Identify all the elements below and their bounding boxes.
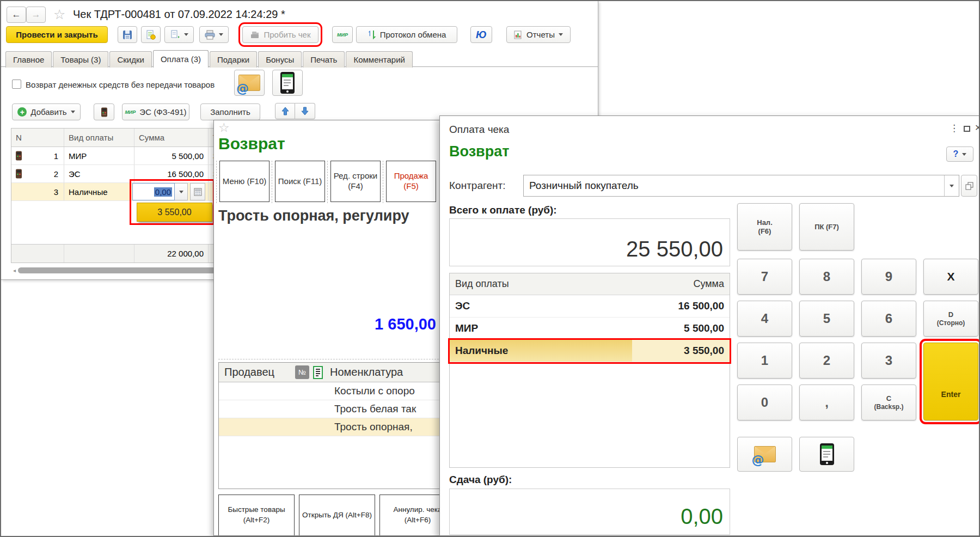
post-document-button[interactable] [141,26,161,43]
calculator-icon [194,188,202,196]
payment-terminal-icon [101,107,108,117]
maximize-icon[interactable] [964,126,970,132]
tab-tovary[interactable]: Товары (3) [53,51,108,68]
numpad-9-key[interactable]: 9 [861,259,916,295]
fast-goods-button[interactable]: Быстрые товары (Alt+F2) [218,495,295,536]
payment-terminal-icon [15,169,22,179]
add-button[interactable]: + Добавить [12,103,81,120]
card-f7-key[interactable]: ПК (F7) [799,203,854,251]
es-fz491-button[interactable]: МИР ЭС (ФЗ-491) [122,103,189,120]
print-button[interactable] [199,26,229,43]
printer-icon [205,30,215,40]
arrow-up-icon [281,107,289,115]
calculator-button[interactable] [190,183,205,200]
numpad-backspace-key[interactable]: С (Backsp.) [861,385,916,420]
goods-row[interactable]: Костыли с опоро [219,382,440,400]
numpad-multiply-key[interactable]: X [923,259,978,295]
reports-button[interactable]: Отчеты [506,26,571,43]
tab-podarki[interactable]: Подарки [210,51,257,68]
numpad-enter-key[interactable]: Enter [923,343,978,420]
numpad-3-key[interactable]: 3 [861,343,916,379]
sale-f5-button[interactable]: Продажа (F5) [386,161,436,202]
numpad-4-key[interactable]: 4 [737,301,792,337]
button-separator [383,161,383,203]
move-up-button[interactable] [275,103,295,119]
payment-row[interactable]: МИР 5 500,00 [450,318,730,340]
numpad-storno-key[interactable]: D (Сторно) [923,301,978,337]
tab-skidki[interactable]: Скидки [109,51,151,68]
selected-text: 0,00 [154,187,172,197]
favorite-star-icon[interactable]: ☆ [53,8,65,21]
send-sms-button[interactable] [799,437,854,472]
edit-row-f4-button[interactable]: Ред. строки (F4) [330,161,381,202]
numpad-1-key[interactable]: 1 [737,343,792,379]
change-label: Сдача (руб): [449,474,512,486]
save-button[interactable] [118,26,137,43]
payments-total: 22 000,00 [134,245,209,263]
refund-without-goods-checkbox[interactable] [12,80,21,89]
numpad-2-key[interactable]: 2 [799,343,854,379]
sum-dropdown-option[interactable]: 3 550,00 [137,203,212,222]
yukassa-button[interactable]: Ю [470,26,492,43]
cash-f6-key[interactable]: Нал. (F6) [737,203,792,251]
dropdown-arrow-icon [179,191,183,193]
exchange-arrows-icon [367,30,376,40]
dropdown-arrow-icon [184,33,188,36]
sum-edit-input[interactable]: 0,00 [132,183,175,200]
back-button[interactable]: ← [7,7,26,23]
goods-row[interactable]: Трость белая так [219,400,440,418]
send-email-button[interactable]: @ [737,437,792,472]
goods-row-selected[interactable]: Трость опорная, [219,418,440,436]
post-and-close-button[interactable]: Провести и закрыть [6,26,108,43]
tab-kommentariy[interactable]: Комментарий [346,51,412,68]
receipt-icon [311,365,324,380]
tab-pechat[interactable]: Печать [303,51,345,68]
punch-check-button[interactable]: Пробить чек [242,26,318,43]
button-separator [327,161,328,203]
numpad-comma-key[interactable]: , [799,385,854,420]
dialog-mode-title: Возврат [449,143,509,160]
close-icon[interactable]: ✕ [975,123,980,133]
payment-row-cash-highlighted[interactable]: Наличные 3 550,00 [450,340,730,362]
menu-f10-button[interactable]: Меню (F10) [219,161,270,202]
counterparty-field[interactable]: Розничный покупатель [523,175,959,197]
numpad-5-key[interactable]: 5 [799,301,854,337]
forward-button[interactable]: → [26,7,46,23]
cancel-check-button[interactable]: Аннулир. чека (Alt+F6) [379,495,440,536]
payment-row[interactable]: ЭС 16 500,00 [450,295,730,318]
exchange-protocol-button[interactable]: Протокол обмена [356,26,457,43]
help-button[interactable]: ? [946,147,973,162]
refund-checkbox-label: Возврат денежных средств без передачи то… [26,80,215,89]
dropdown-arrow-icon [950,185,954,187]
tab-bonusy[interactable]: Бонусы [258,51,302,68]
move-down-button[interactable] [295,103,315,119]
send-sms-button[interactable] [272,70,303,96]
row-number-icon: № [295,365,309,379]
smartphone-icon [280,72,295,94]
scroll-left-arrow-icon[interactable]: ◂ [13,267,16,273]
mir-payment-button[interactable]: МИР [332,26,353,43]
tab-oplata[interactable]: Оплата (3) [153,50,209,68]
counterparty-dropdown-button[interactable] [944,175,959,196]
change-amount-box: 0,00 [449,489,730,535]
numpad-7-key[interactable]: 7 [737,259,792,295]
tab-glavnoe[interactable]: Главное [5,51,52,68]
numpad-6-key[interactable]: 6 [861,301,916,337]
change-amount-value: 0,00 [681,504,723,529]
dialog-title: Оплата чека [449,124,509,136]
total-amount-box: 25 550,00 [449,218,730,266]
copy-document-icon [170,30,180,40]
open-in-form-icon [965,182,973,190]
card-terminal-button[interactable] [94,103,114,120]
fill-button[interactable]: Заполнить [200,103,260,120]
numpad-8-key[interactable]: 8 [799,259,854,295]
send-email-button[interactable]: @ [234,70,265,96]
open-counterparty-button[interactable] [961,175,977,197]
kebab-menu-icon[interactable]: ⋮ [950,123,959,134]
favorite-star-icon[interactable]: ☆ [218,121,230,134]
open-cash-drawer-button[interactable]: Открыть ДЯ (Alt+F8) [299,495,375,536]
numpad-0-key[interactable]: 0 [737,385,792,420]
copy-button[interactable] [164,26,194,43]
sum-edit-dropdown-button[interactable] [175,183,188,200]
search-f11-button[interactable]: Поиск (F11) [275,161,325,202]
